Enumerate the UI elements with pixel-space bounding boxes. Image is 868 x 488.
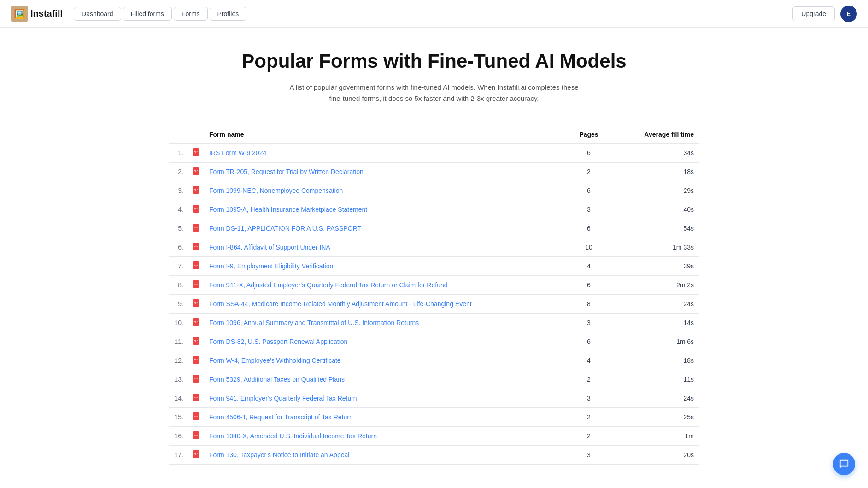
row-name: Form 941-X, Adjusted Employer's Quarterl… [204,276,561,295]
row-fill-time: 2m 2s [616,276,699,295]
table-row: 11. Form DS-82, U.S. Passport Renewal Ap… [169,332,699,351]
form-link[interactable]: Form I-9, Employment Eligibility Verific… [209,262,333,270]
table-row: 5. Form DS-11, APPLICATION FOR A U.S. PA… [169,219,699,238]
row-pages: 3 [561,446,616,465]
row-icon-cell [187,257,204,276]
pdf-icon-inner [193,186,199,194]
pdf-icon-inner [193,375,199,383]
pdf-icon-inner [193,318,199,326]
row-pages: 2 [561,370,616,389]
row-number: 6. [169,238,187,257]
pdf-icon [193,243,201,252]
row-pages: 6 [561,332,616,351]
row-number: 1. [169,143,187,163]
table-row: 3. Form 1099-NEC, Nonemployee Compensati… [169,181,699,200]
table-row: 1. IRS Form W-9 2024 6 34s [169,143,699,163]
form-link[interactable]: Form 5329, Additional Taxes on Qualified… [209,376,345,383]
row-icon-cell [187,370,204,389]
nav-forms[interactable]: Forms [174,7,208,21]
row-icon-cell [187,446,204,465]
form-link[interactable]: Form 1099-NEC, Nonemployee Compensation [209,187,343,194]
page-title: Popular Forms with Fine-Tuned AI Models [169,50,699,73]
forms-table: Form name Pages Average fill time 1. IRS… [169,126,699,465]
nav-dashboard[interactable]: Dashboard [74,7,121,21]
form-link[interactable]: Form TR-205, Request for Trial by Writte… [209,168,364,175]
table-row: 9. Form SSA-44, Medicare Income-Related … [169,295,699,314]
table-row: 16. Form 1040-X, Amended U.S. Individual… [169,427,699,446]
pdf-icon [193,148,201,157]
page-subtitle: A list of popular government forms with … [169,82,699,104]
pdf-icon [193,394,201,403]
form-link[interactable]: Form W-4, Employee's Withholding Certifi… [209,357,341,364]
form-link[interactable]: Form 1096, Annual Summary and Transmitta… [209,319,419,326]
row-fill-time: 24s [616,389,699,408]
row-number: 16. [169,427,187,446]
row-pages: 6 [561,276,616,295]
row-fill-time: 34s [616,143,699,163]
row-name: Form I-864, Affidavit of Support Under I… [204,238,561,257]
row-number: 10. [169,314,187,332]
row-name: Form W-4, Employee's Withholding Certifi… [204,351,561,370]
row-fill-time: 54s [616,219,699,238]
row-fill-time: 11s [616,370,699,389]
pdf-icon-inner [193,337,199,345]
row-name: Form I-9, Employment Eligibility Verific… [204,257,561,276]
row-pages: 8 [561,295,616,314]
row-icon-cell [187,427,204,446]
col-icon [187,126,204,143]
pdf-icon [193,261,201,271]
table-row: 8. Form 941-X, Adjusted Employer's Quart… [169,276,699,295]
nav-filled-forms[interactable]: Filled forms [123,7,172,21]
row-number: 3. [169,181,187,200]
row-pages: 6 [561,143,616,163]
chat-button[interactable] [833,453,855,475]
pdf-icon-inner [193,243,199,250]
form-link[interactable]: Form 941, Employer's Quarterly Federal T… [209,395,357,402]
row-name: Form SSA-44, Medicare Income-Related Mon… [204,295,561,314]
form-link[interactable]: Form 941-X, Adjusted Employer's Quarterl… [209,281,448,289]
table-row: 12. Form W-4, Employee's Withholding Cer… [169,351,699,370]
row-fill-time: 1m [616,427,699,446]
pdf-icon [193,167,201,176]
form-link[interactable]: Form 4506-T, Request for Transcript of T… [209,413,353,421]
table-row: 7. Form I-9, Employment Eligibility Veri… [169,257,699,276]
form-link[interactable]: Form I-864, Affidavit of Support Under I… [209,244,330,251]
row-name: Form 1096, Annual Summary and Transmitta… [204,314,561,332]
form-link[interactable]: Form 1095-A, Health Insurance Marketplac… [209,206,367,213]
table-row: 13. Form 5329, Additional Taxes on Quali… [169,370,699,389]
row-fill-time: 39s [616,257,699,276]
header: 🖼️ Instafill Dashboard Filled forms Form… [0,0,868,28]
row-fill-time: 1m 33s [616,238,699,257]
row-name: Form 1095-A, Health Insurance Marketplac… [204,200,561,219]
form-link[interactable]: IRS Form W-9 2024 [209,149,266,157]
row-name: IRS Form W-9 2024 [204,143,561,163]
table-row: 4. Form 1095-A, Health Insurance Marketp… [169,200,699,219]
row-icon-cell [187,238,204,257]
row-number: 5. [169,219,187,238]
pdf-icon-inner [193,205,199,213]
form-link[interactable]: Form SSA-44, Medicare Income-Related Mon… [209,300,472,308]
row-icon-cell [187,351,204,370]
row-name: Form DS-11, APPLICATION FOR A U.S. PASSP… [204,219,561,238]
form-link[interactable]: Form 1040-X, Amended U.S. Individual Inc… [209,432,377,440]
row-fill-time: 25s [616,408,699,427]
logo-text: Instafill [30,8,63,19]
form-link[interactable]: Form 130, Taxpayer's Notice to Initiate … [209,451,349,459]
row-number: 12. [169,351,187,370]
nav-profiles[interactable]: Profiles [210,7,247,21]
row-number: 14. [169,389,187,408]
row-fill-time: 18s [616,351,699,370]
logo-area: 🖼️ Instafill [11,6,63,22]
col-name-header: Form name [204,126,561,143]
table-header-row: Form name Pages Average fill time [169,126,699,143]
row-icon-cell [187,219,204,238]
user-avatar[interactable]: E [840,6,857,22]
form-link[interactable]: Form DS-82, U.S. Passport Renewal Applic… [209,338,347,345]
upgrade-button[interactable]: Upgrade [792,6,835,21]
logo-icon: 🖼️ [11,6,28,22]
row-icon-cell [187,408,204,427]
pdf-icon-inner [193,299,199,307]
pdf-icon [193,337,201,346]
form-link[interactable]: Form DS-11, APPLICATION FOR A U.S. PASSP… [209,225,361,232]
row-pages: 2 [561,163,616,181]
